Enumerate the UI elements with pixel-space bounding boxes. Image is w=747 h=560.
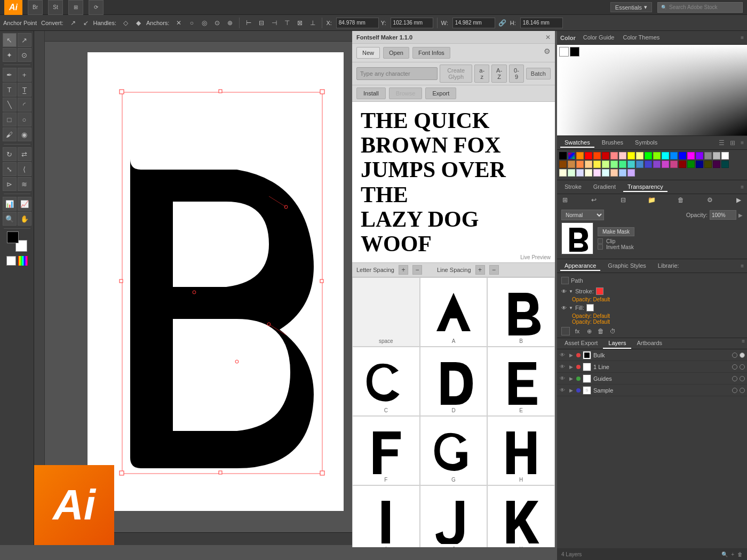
width-tool[interactable]: ⊳ — [3, 177, 17, 191]
swatch-lightyellow[interactable] — [636, 152, 643, 159]
anchor-c-icon[interactable]: ◎ — [199, 18, 210, 28]
glyph-cell-A[interactable]: A — [420, 277, 488, 347]
layer-row-1line[interactable]: 👁 ▶ 1 Line — [557, 361, 747, 373]
1line-lock-icon[interactable] — [732, 364, 737, 370]
swatch-black[interactable] — [559, 152, 567, 159]
glyph-cell-C[interactable]: C — [352, 347, 420, 416]
convert-corner-icon[interactable]: ↙ — [81, 18, 91, 28]
stroke-color-swatch[interactable] — [596, 287, 603, 295]
graph-tool[interactable]: 📊 — [3, 197, 17, 211]
symbols-tab[interactable]: Symbols — [631, 138, 662, 148]
align-bottom-icon[interactable]: ⊥ — [307, 18, 318, 28]
magic-wand-tool[interactable]: ✦ — [3, 48, 17, 62]
swatches-list-icon[interactable]: ☰ — [719, 139, 725, 147]
align-left-icon[interactable]: ⊢ — [243, 18, 254, 28]
w-field[interactable]: 14.982 mm — [452, 18, 495, 28]
anchor-b-icon[interactable]: ○ — [186, 18, 197, 28]
delete-layer-btn[interactable]: 🗑 — [737, 551, 743, 557]
browse-btn[interactable]: Browse — [389, 87, 423, 99]
1line-eye-icon[interactable]: 👁 — [559, 364, 566, 370]
fill-color-swatch[interactable] — [586, 304, 594, 311]
artboards-tab[interactable]: Artboards — [631, 338, 667, 349]
h-field[interactable]: 18.146 mm — [520, 18, 563, 28]
glyph-cell-E[interactable]: E — [487, 347, 555, 416]
line-spacing-plus[interactable]: + — [475, 265, 485, 275]
swatch-limegreen[interactable] — [653, 152, 661, 159]
selection-tool[interactable]: ↖ — [3, 33, 17, 47]
scale-tool[interactable]: ⤡ — [3, 162, 17, 176]
t7[interactable] — [610, 169, 618, 177]
t6[interactable] — [602, 169, 609, 177]
fx-btn[interactable]: fx — [573, 327, 582, 335]
s13[interactable] — [662, 161, 669, 168]
layer-row-bulk[interactable]: 👁 ▶ Bulk — [557, 349, 747, 361]
align-top-icon[interactable]: ⊤ — [282, 18, 292, 28]
arc-tool[interactable]: ◜ — [18, 98, 31, 111]
watch-icon[interactable]: ⏱ — [608, 327, 617, 335]
color-selector[interactable] — [7, 231, 27, 252]
stock-icon[interactable]: St — [48, 0, 63, 15]
clip-checkbox[interactable] — [598, 238, 603, 244]
swatch-orange[interactable] — [576, 152, 584, 159]
invert-mask-checkbox[interactable] — [598, 244, 603, 250]
glyph-cell-F[interactable]: F — [352, 416, 420, 485]
t3[interactable] — [576, 169, 584, 177]
brushes-tab[interactable]: Brushes — [598, 138, 627, 148]
color-panel-menu[interactable]: ≡ — [741, 35, 744, 41]
opacity-arrow[interactable]: ▶ — [738, 212, 743, 218]
stroke-tab[interactable]: Stroke — [560, 182, 586, 192]
swatch-lightblue[interactable] — [670, 152, 678, 159]
anchor-a-icon[interactable]: ✕ — [173, 18, 184, 28]
bulk-eye-icon[interactable]: 👁 — [559, 352, 566, 358]
swatch-pink[interactable] — [610, 152, 618, 159]
swatch-lightgray[interactable] — [713, 152, 720, 159]
fill-visibility-icon[interactable]: 👁 — [561, 305, 567, 311]
sample-expand-icon[interactable]: ▶ — [568, 387, 574, 394]
essentials-button[interactable]: Essentials ▾ — [610, 2, 652, 12]
swatch-yellow[interactable] — [627, 152, 635, 159]
s7[interactable] — [610, 161, 618, 168]
t5[interactable] — [593, 169, 601, 177]
opacity-input[interactable] — [710, 210, 736, 220]
swatch-purple[interactable] — [696, 152, 703, 159]
letter-spacing-minus[interactable]: − — [412, 265, 422, 275]
layers-tab[interactable]: Layers — [603, 338, 631, 349]
batch-btn[interactable]: Batch — [526, 68, 551, 79]
gradient-color[interactable] — [18, 256, 28, 266]
column-graph-tool[interactable]: 📈 — [18, 197, 31, 211]
add-stroke-icon[interactable] — [561, 327, 570, 335]
s20[interactable] — [721, 161, 729, 168]
fx-icon[interactable]: ↩ — [589, 195, 599, 205]
rect-tool[interactable]: □ — [3, 113, 17, 126]
t4[interactable] — [585, 169, 592, 177]
create-glyph-btn[interactable]: Create Glyph — [440, 65, 472, 83]
1line-expand-icon[interactable]: ▶ — [568, 364, 574, 370]
fill-expand-icon[interactable]: ▼ — [569, 306, 573, 310]
s19[interactable] — [713, 161, 720, 168]
s14[interactable] — [670, 161, 678, 168]
panel-settings-icon[interactable]: ⚙ — [705, 195, 715, 205]
white-swatch[interactable] — [559, 47, 569, 57]
search-layers-icon[interactable]: 🔍 — [721, 551, 728, 557]
transparency-tab[interactable]: Transparency — [623, 182, 667, 192]
layers-small-icon[interactable]: ⊟ — [618, 195, 628, 205]
tab-color-themes[interactable]: Color Themes — [618, 33, 664, 43]
anchor-d-icon[interactable]: ⊙ — [212, 18, 222, 28]
s9[interactable] — [627, 161, 635, 168]
s8[interactable] — [619, 161, 626, 168]
touch-type-tool[interactable]: T̲ — [18, 83, 31, 97]
shear-tool[interactable]: ⟨ — [18, 162, 31, 176]
az-btn[interactable]: a-z — [474, 65, 489, 83]
new-layer-icon[interactable]: 📁 — [647, 195, 657, 205]
s11[interactable] — [645, 161, 652, 168]
layers-menu-icon[interactable]: ≡ — [742, 338, 745, 349]
blend-mode-select[interactable]: Normal — [561, 210, 604, 220]
expand-icon[interactable]: ▼ — [569, 289, 573, 294]
export-btn[interactable]: Export — [425, 87, 456, 99]
swatches-menu-icon[interactable]: ≡ — [741, 140, 744, 146]
pen-tool[interactable]: ✒ — [3, 68, 17, 82]
s5[interactable] — [593, 161, 601, 168]
t1[interactable] — [559, 169, 567, 177]
make-mask-btn[interactable]: Make Mask — [598, 227, 634, 236]
convert-arrow-icon[interactable]: ↗ — [68, 18, 78, 28]
